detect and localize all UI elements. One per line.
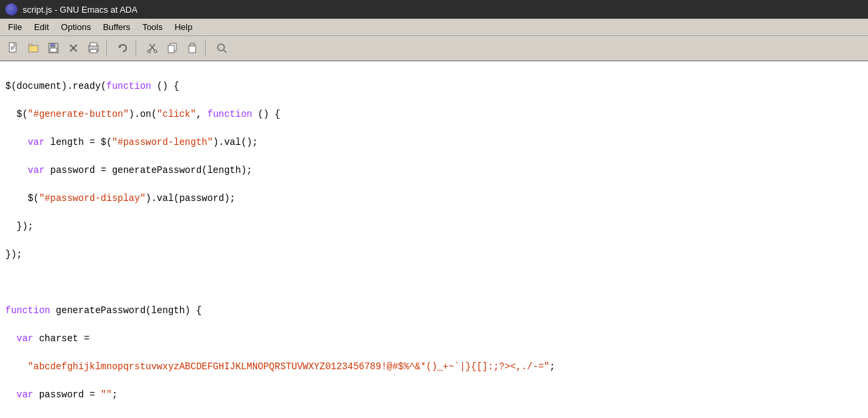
print-icon (87, 42, 99, 54)
svg-rect-12 (90, 43, 97, 46)
code-line-1: $(document).ready(function () { (5, 79, 863, 93)
undo-icon (117, 42, 129, 54)
save-file-button[interactable] (44, 39, 63, 57)
new-file-icon (7, 42, 19, 54)
close-icon (69, 43, 78, 53)
search-button[interactable] (212, 39, 231, 57)
print-button[interactable] (84, 39, 103, 57)
code-line-2: $("#generate-button").on("click", functi… (5, 108, 863, 122)
svg-rect-21 (189, 45, 196, 53)
code-line-12: "abcdefghijklmnopqrstuvwxyzABCDEFGHIJKLM… (5, 360, 863, 374)
menu-help[interactable]: Help (169, 21, 198, 33)
svg-rect-22 (190, 43, 194, 46)
close-button[interactable] (64, 39, 83, 57)
code-line-5: $("#password-display").val(password); (5, 192, 863, 206)
code-line-4: var password = generatePassword(length); (5, 164, 863, 178)
title-bar: script.js - GNU Emacs at ADA (0, 0, 868, 19)
svg-point-17 (148, 50, 150, 53)
toolbar-separator-2 (136, 40, 140, 56)
paste-button[interactable] (183, 39, 202, 57)
menu-file[interactable]: File (3, 21, 27, 33)
svg-rect-5 (29, 44, 32, 46)
new-file-button[interactable] (4, 39, 23, 57)
cut-icon (147, 43, 158, 53)
search-icon (216, 43, 227, 53)
code-line-13: var password = ""; (5, 388, 863, 402)
menu-options[interactable]: Options (55, 21, 96, 33)
menu-edit[interactable]: Edit (29, 21, 54, 33)
undo-button[interactable] (114, 39, 132, 57)
svg-point-18 (154, 50, 157, 53)
window-title: script.js - GNU Emacs at ADA (23, 5, 138, 15)
open-file-icon (27, 42, 39, 54)
save-file-icon (47, 42, 59, 54)
copy-icon (167, 43, 178, 53)
code-line-3: var length = $("#password-length").val()… (5, 136, 863, 150)
svg-rect-7 (51, 43, 55, 47)
svg-rect-20 (168, 45, 174, 53)
paste-icon (187, 43, 198, 53)
copy-button[interactable] (163, 39, 182, 57)
emacs-icon (5, 3, 17, 15)
code-line-6: }); (5, 220, 863, 234)
toolbar-separator-1 (106, 40, 110, 56)
cut-button[interactable] (143, 39, 162, 57)
menu-buffers[interactable]: Buffers (97, 21, 136, 33)
svg-rect-8 (50, 48, 57, 52)
toolbar (0, 36, 868, 61)
svg-rect-13 (90, 49, 97, 53)
code-line-7: }); (5, 248, 863, 262)
open-file-button[interactable] (24, 39, 43, 57)
svg-line-24 (224, 50, 226, 53)
svg-point-23 (218, 44, 224, 51)
menu-bar: File Edit Options Buffers Tools Help (0, 19, 868, 36)
code-line-10: function generatePassword(length) { (5, 304, 863, 318)
code-editor[interactable]: $(document).ready(function () { $("#gene… (0, 61, 868, 418)
toolbar-separator-3 (205, 40, 209, 56)
menu-tools[interactable]: Tools (137, 21, 168, 33)
code-line-11: var charset = (5, 332, 863, 346)
